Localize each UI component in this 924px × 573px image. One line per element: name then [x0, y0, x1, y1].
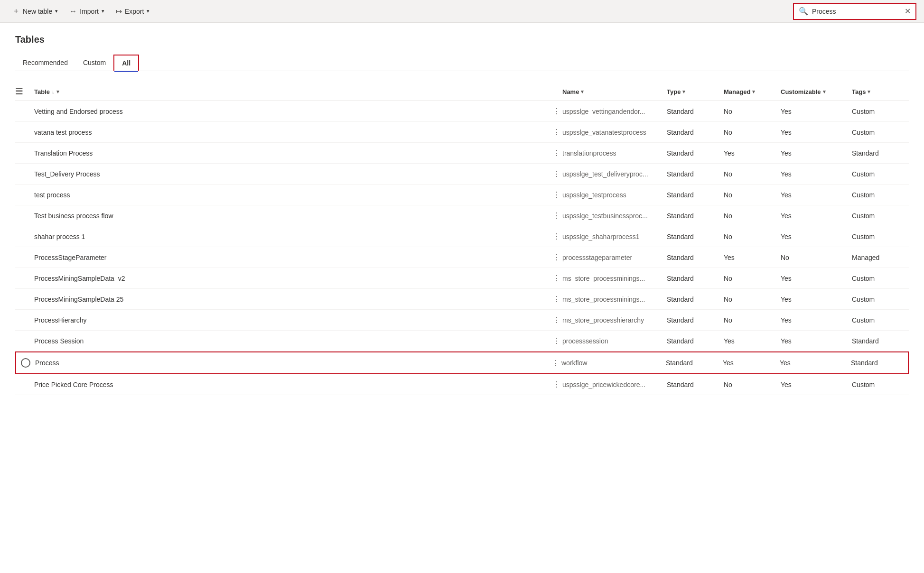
row-more-button[interactable]: ⋮: [551, 336, 562, 345]
table-row[interactable]: Process ⋮ workflow Standard Yes Yes Stan…: [15, 351, 909, 374]
clear-search-button[interactable]: ✕: [905, 7, 911, 16]
chevron-down-icon: ▾: [55, 8, 58, 14]
row-table-name: shahar process 1: [34, 233, 551, 240]
table-row[interactable]: Vetting and Endorsed process ⋮ uspsslge_…: [15, 101, 909, 122]
row-type: Standard: [667, 233, 724, 240]
chevron-down-icon: ▾: [56, 89, 59, 95]
table-row[interactable]: vatana test process ⋮ uspsslge_vatanates…: [15, 122, 909, 143]
tab-all-label: All: [122, 59, 131, 67]
tab-custom[interactable]: Custom: [75, 55, 113, 71]
row-more-button[interactable]: ⋮: [551, 211, 562, 220]
tabs-container: Recommended Custom All: [15, 55, 909, 71]
row-name-value: processstageparameter: [562, 254, 667, 261]
row-tags: Custom: [852, 275, 909, 282]
row-type: Standard: [667, 170, 724, 178]
name-col-header[interactable]: Name ▾: [562, 88, 667, 95]
import-button[interactable]: ↔ Import ▾: [65, 4, 109, 18]
row-tags: Standard: [851, 359, 908, 367]
list-icon-header[interactable]: ☰: [15, 86, 34, 97]
row-managed: No: [724, 316, 781, 324]
tab-custom-label: Custom: [83, 59, 106, 66]
row-customizable: Yes: [781, 275, 852, 282]
tags-col-header[interactable]: Tags ▾: [852, 88, 909, 95]
table-row[interactable]: Price Picked Core Process ⋮ uspsslge_pri…: [15, 374, 909, 395]
row-customizable: Yes: [781, 108, 852, 115]
export-button[interactable]: ↦ Export ▾: [111, 4, 154, 18]
row-more-button[interactable]: ⋮: [551, 253, 562, 262]
row-name-value: uspsslge_testprocess: [562, 191, 667, 199]
row-type: Standard: [667, 296, 724, 303]
main-content: Tables Recommended Custom All ☰ Table ↓ …: [0, 23, 924, 407]
row-more-button[interactable]: ⋮: [551, 128, 562, 137]
row-type: Standard: [667, 275, 724, 282]
row-type: Standard: [667, 129, 724, 136]
row-more-button[interactable]: ⋮: [551, 274, 562, 283]
row-customizable: Yes: [781, 233, 852, 240]
managed-col-header[interactable]: Managed ▾: [724, 88, 781, 95]
row-managed: Yes: [724, 254, 781, 261]
type-col-header[interactable]: Type ▾: [667, 88, 724, 95]
row-more-button[interactable]: ⋮: [551, 295, 562, 304]
row-more-button[interactable]: ⋮: [551, 380, 562, 389]
managed-col-label: Managed: [724, 88, 750, 95]
row-type: Standard: [667, 337, 724, 345]
row-table-name: test process: [34, 191, 551, 199]
row-tags: Custom: [852, 191, 909, 199]
row-table-name: ProcessMiningSampleData 25: [34, 296, 551, 303]
export-icon: ↦: [116, 7, 122, 16]
row-more-button[interactable]: ⋮: [551, 232, 562, 241]
row-managed: No: [724, 296, 781, 303]
row-managed: No: [724, 275, 781, 282]
import-label: Import: [80, 8, 99, 15]
table-row[interactable]: ProcessHierarchy ⋮ ms_store_processhiera…: [15, 310, 909, 331]
table-row[interactable]: ProcessMiningSampleData 25 ⋮ ms_store_pr…: [15, 289, 909, 310]
table-row[interactable]: Test_Delivery Process ⋮ uspsslge_test_de…: [15, 164, 909, 185]
row-more-button[interactable]: ⋮: [551, 190, 562, 199]
plus-icon: ＋: [12, 6, 20, 16]
row-managed: Yes: [723, 359, 780, 367]
customizable-col-header[interactable]: Customizable ▾: [781, 88, 852, 95]
row-more-button[interactable]: ⋮: [551, 148, 562, 157]
row-tags: Custom: [852, 108, 909, 115]
search-icon: 🔍: [799, 7, 808, 16]
type-col-label: Type: [667, 88, 681, 95]
table-row[interactable]: test process ⋮ uspsslge_testprocess Stan…: [15, 185, 909, 205]
table-row[interactable]: ProcessStageParameter ⋮ processstagepara…: [15, 247, 909, 268]
search-input[interactable]: [812, 8, 901, 15]
row-customizable: Yes: [780, 359, 851, 367]
export-label: Export: [125, 8, 144, 15]
row-customizable: Yes: [781, 296, 852, 303]
row-table-name: Test business process flow: [34, 212, 551, 220]
table-row[interactable]: Translation Process ⋮ translationprocess…: [15, 143, 909, 164]
customizable-col-label: Customizable: [781, 88, 821, 95]
radio-button[interactable]: [21, 358, 30, 368]
row-managed: No: [724, 381, 781, 388]
row-type: Standard: [667, 108, 724, 115]
row-type: Standard: [667, 191, 724, 199]
row-tags: Custom: [852, 233, 909, 240]
tab-recommended[interactable]: Recommended: [15, 55, 75, 71]
table-row[interactable]: ProcessMiningSampleData_v2 ⋮ ms_store_pr…: [15, 268, 909, 289]
row-more-button[interactable]: ⋮: [551, 315, 562, 324]
row-more-button[interactable]: ⋮: [551, 169, 562, 178]
row-type: Standard: [667, 381, 724, 388]
row-more-button[interactable]: ⋮: [551, 107, 562, 116]
row-tags: Custom: [852, 129, 909, 136]
row-more-button[interactable]: ⋮: [550, 359, 561, 368]
row-radio-cell[interactable]: [16, 358, 35, 368]
row-managed: No: [724, 212, 781, 220]
row-table-name: Translation Process: [34, 149, 551, 157]
chevron-down-icon-managed: ▾: [752, 89, 755, 95]
row-managed: Yes: [724, 149, 781, 157]
table-row[interactable]: Test business process flow ⋮ uspsslge_te…: [15, 205, 909, 226]
table-row[interactable]: Process Session ⋮ processsession Standar…: [15, 331, 909, 351]
new-table-button[interactable]: ＋ New table ▾: [8, 3, 63, 19]
new-table-label: New table: [23, 8, 52, 15]
chevron-down-icon-name: ▾: [581, 89, 584, 95]
row-table-name: Test_Delivery Process: [34, 170, 551, 178]
row-managed: No: [724, 191, 781, 199]
table-col-header[interactable]: Table ↓ ▾: [34, 88, 551, 95]
tab-all[interactable]: All: [113, 55, 139, 71]
row-tags: Custom: [852, 170, 909, 178]
table-row[interactable]: shahar process 1 ⋮ uspsslge_shaharproces…: [15, 226, 909, 247]
